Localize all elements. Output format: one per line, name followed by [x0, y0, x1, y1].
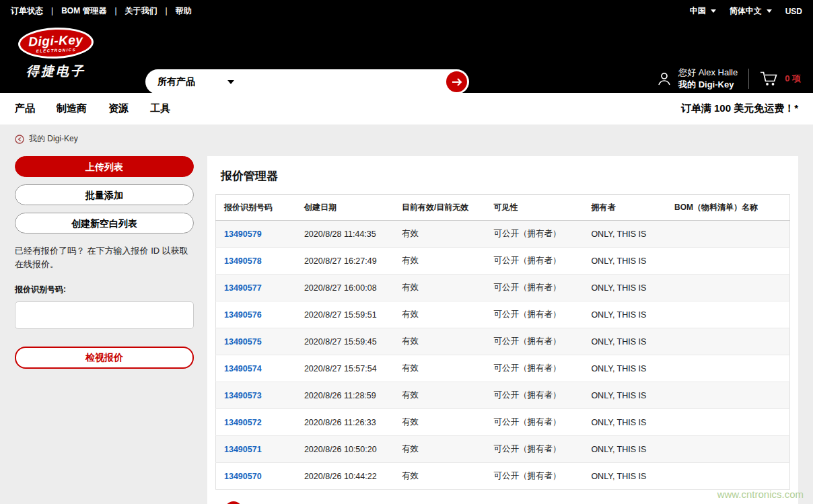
visibility-cell: 可公开（拥有者） — [485, 248, 583, 275]
topbar-link[interactable]: 帮助 — [157, 5, 192, 17]
nav-item[interactable]: 工具 — [150, 102, 170, 115]
currency-selector[interactable]: USD — [785, 7, 802, 16]
nav-item[interactable]: 资源 — [108, 102, 129, 115]
status-cell: 有效 — [394, 275, 485, 301]
topbar-link[interactable]: BOM 管理器 — [43, 5, 106, 17]
header-divider — [748, 69, 749, 89]
view-quote-button[interactable]: 检视报价 — [15, 347, 194, 369]
quote-id-link[interactable]: 13490575 — [224, 337, 262, 347]
search-input[interactable] — [234, 69, 446, 94]
table-row: 13490571 2020/8/26 10:50:20 有效 可公开（拥有者） … — [216, 436, 790, 463]
table-row: 13490579 2020/8/28 11:44:35 有效 可公开（拥有者） … — [216, 221, 790, 248]
search-button[interactable] — [446, 71, 467, 92]
created-date-cell: 2020/8/26 10:50:20 — [296, 436, 394, 463]
quote-id-cell: 13490570 — [216, 463, 296, 490]
owner-cell: ONLY, THIS IS — [583, 301, 666, 328]
owner-cell: ONLY, THIS IS — [583, 355, 666, 382]
language-selector[interactable]: 简体中文 — [730, 5, 772, 17]
table-row: 13490575 2020/8/27 15:59:45 有效 可公开（拥有者） … — [216, 328, 790, 355]
owner-cell: ONLY, THIS IS — [583, 275, 666, 301]
nav-item[interactable]: 制造商 — [57, 102, 87, 115]
table-column-header: 创建日期 — [296, 195, 394, 221]
status-cell: 有效 — [394, 248, 485, 275]
topbar-link[interactable]: 订单状态 — [11, 5, 43, 17]
status-cell: 有效 — [394, 328, 485, 355]
digikey-logo[interactable]: Digi-Key ELECTRONICS 得捷电子 — [12, 28, 100, 80]
quote-id-link[interactable]: 13490576 — [224, 310, 262, 320]
bulk-add-button[interactable]: 批量添加 — [15, 184, 194, 205]
created-date-cell: 2020/8/26 10:44:22 — [296, 463, 394, 490]
topbar-link[interactable]: 关于我们 — [106, 5, 157, 17]
quote-id-input[interactable] — [15, 301, 194, 329]
logo-title: Digi-Key — [28, 33, 83, 48]
top-utility-bar: 订单状态 BOM 管理器 关于我们 帮助 中国 简体中文 USD — [0, 0, 813, 22]
nav-item[interactable]: 产品 — [15, 102, 35, 115]
owner-cell: ONLY, THIS IS — [583, 463, 666, 490]
search-category-dropdown[interactable]: 所有产品 — [157, 76, 234, 88]
status-cell: 有效 — [394, 463, 485, 490]
quote-id-link[interactable]: 13490579 — [224, 229, 262, 239]
cart-button[interactable]: 0 项 — [760, 71, 801, 86]
quote-id-link[interactable]: 13490572 — [224, 418, 262, 427]
table-column-header: 拥有者 — [583, 195, 666, 221]
quote-id-link[interactable]: 13490571 — [224, 445, 262, 454]
search-category-label: 所有产品 — [157, 76, 195, 88]
visibility-cell: 可公开（拥有者） — [485, 221, 583, 248]
my-digikey-label: 我的 Digi-Key — [678, 79, 738, 91]
owner-cell: ONLY, THIS IS — [583, 248, 666, 275]
quote-id-link[interactable]: 13490577 — [224, 283, 262, 293]
status-cell: 有效 — [394, 382, 485, 409]
created-date-cell: 2020/8/26 11:26:33 — [296, 409, 394, 436]
quote-id-link[interactable]: 13490578 — [224, 256, 262, 266]
table-column-header: 可见性 — [485, 195, 583, 221]
owner-cell: ONLY, THIS IS — [583, 436, 666, 463]
visibility-cell: 可公开（拥有者） — [485, 355, 583, 382]
table-row: 13490573 2020/8/26 11:28:59 有效 可公开（拥有者） … — [216, 382, 790, 409]
created-date-cell: 2020/8/26 11:28:59 — [296, 382, 394, 409]
content: 上传列表 批量添加 创建新空白列表 已经有报价了吗？ 在下方输入报价 ID 以获… — [0, 151, 813, 504]
table-head: 报价识别号码 创建日期 目前有效/目前无效 可见性 拥有者 BOM（物料清单）名… — [216, 195, 790, 221]
cart-count: 0 项 — [785, 73, 801, 85]
site-header: Digi-Key ELECTRONICS 得捷电子 所有产品 您好 Alex H… — [0, 22, 813, 93]
upload-list-button[interactable]: 上传列表 — [15, 156, 194, 177]
created-date-cell: 2020/8/27 16:00:08 — [296, 275, 394, 301]
category-nav: 产品 制造商 资源 工具 订单满 100 美元免运费！* — [0, 93, 813, 124]
visibility-cell: 可公开（拥有者） — [485, 463, 583, 490]
greeting-text: 您好 Alex Halle — [678, 67, 738, 79]
table-body: 13490579 2020/8/28 11:44:35 有效 可公开（拥有者） … — [216, 221, 790, 490]
status-cell: 有效 — [394, 355, 485, 382]
bom-name-cell — [666, 409, 789, 436]
quote-id-link[interactable]: 13490574 — [224, 364, 262, 373]
language-label: 简体中文 — [730, 5, 762, 17]
quote-id-cell: 13490577 — [216, 275, 296, 301]
search-arrow-icon — [452, 78, 462, 86]
table-row: 13490576 2020/8/27 15:59:51 有效 可公开（拥有者） … — [216, 301, 790, 328]
visibility-cell: 可公开（拥有者） — [485, 409, 583, 436]
chevron-down-icon — [711, 9, 716, 13]
create-blank-list-button[interactable]: 创建新空白列表 — [15, 213, 194, 233]
table-row: 13490578 2020/8/27 16:27:49 有效 可公开（拥有者） … — [216, 248, 790, 275]
quote-id-link[interactable]: 13490573 — [224, 391, 262, 400]
nav-items: 产品 制造商 资源 工具 — [15, 102, 170, 115]
topbar-links: 订单状态 BOM 管理器 关于我们 帮助 — [11, 5, 192, 17]
account-menu[interactable]: 您好 Alex Halle 我的 Digi-Key — [656, 67, 738, 90]
region-selector[interactable]: 中国 — [690, 5, 716, 17]
quote-prompt-text: 已经有报价了吗？ 在下方输入报价 ID 以获取在线报价。 — [15, 244, 194, 271]
pagination: 1 2 3 4 5 … >| — [225, 501, 790, 504]
free-shipping-promo: 订单满 100 美元免运费！* — [681, 102, 798, 115]
breadcrumb-my-digikey[interactable]: 我的 Digi-Key — [29, 133, 78, 145]
chevron-down-icon — [767, 9, 772, 13]
table-header-row: 报价识别号码 创建日期 目前有效/目前无效 可见性 拥有者 BOM（物料清单）名… — [216, 195, 790, 221]
page-1-button[interactable]: 1 — [225, 501, 242, 504]
quote-id-cell: 13490573 — [216, 382, 296, 409]
visibility-cell: 可公开（拥有者） — [485, 328, 583, 355]
quote-id-link[interactable]: 13490570 — [224, 472, 262, 481]
quote-id-cell: 13490579 — [216, 221, 296, 248]
owner-cell: ONLY, THIS IS — [583, 409, 666, 436]
table-row: 13490570 2020/8/26 10:44:22 有效 可公开（拥有者） … — [216, 463, 790, 490]
logo-chinese-name: 得捷电子 — [12, 63, 100, 80]
created-date-cell: 2020/8/27 15:57:54 — [296, 355, 394, 382]
quote-id-label: 报价识别号码: — [15, 284, 194, 295]
bom-name-cell — [666, 463, 789, 490]
created-date-cell: 2020/8/27 16:27:49 — [296, 248, 394, 275]
